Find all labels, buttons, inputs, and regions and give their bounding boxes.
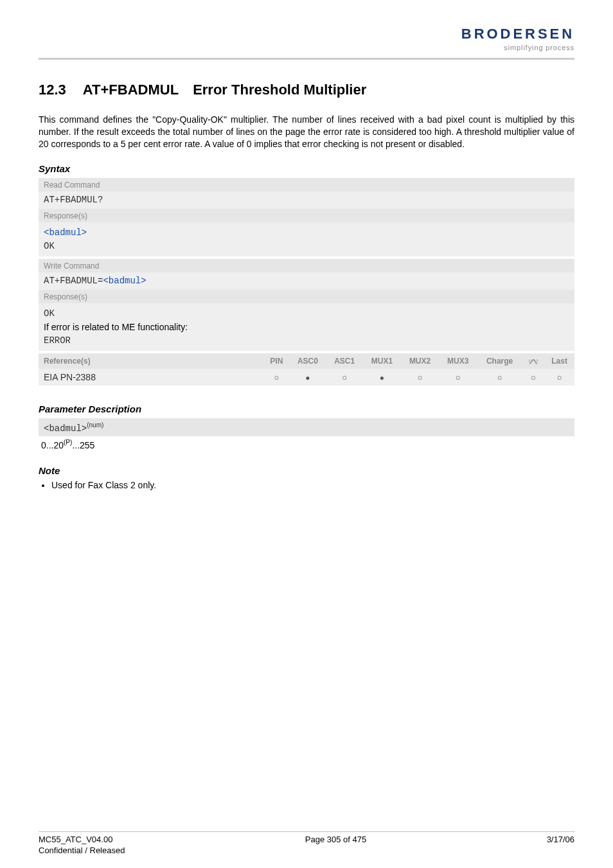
ref-val-mux2: ○ xyxy=(401,369,439,385)
filled-circle-icon: ● xyxy=(380,373,384,382)
parameter-name-row: <badmul>(num) xyxy=(39,418,574,436)
section-command: AT+FBADMUL xyxy=(83,82,179,98)
svg-line-0 xyxy=(529,360,530,360)
ref-col-last: Last xyxy=(544,353,574,369)
note-list: Used for Fax Class 2 only. xyxy=(40,480,574,490)
reference-table: Reference(s) PIN ASC0 ASC1 MUX1 MUX2 MUX… xyxy=(39,353,574,385)
parameter-range: 0...20(P)...255 xyxy=(39,436,574,453)
ref-val-pin: ○ xyxy=(263,369,289,385)
ref-col-mux1: MUX1 xyxy=(363,353,401,369)
header-divider xyxy=(39,58,574,60)
section-heading: 12.3 AT+FBADMUL Error Threshold Multipli… xyxy=(39,82,574,98)
command-description: This command defines the "Copy-Quality-O… xyxy=(39,114,574,150)
parameter-name: <badmul> xyxy=(44,423,87,434)
ref-val-mux1: ● xyxy=(363,369,401,385)
open-circle-icon: ○ xyxy=(456,373,461,382)
ref-val-asc0: ● xyxy=(289,369,326,385)
ref-col-charge: Charge xyxy=(477,353,522,369)
parameter-range-pre: 0...20 xyxy=(41,439,64,450)
read-response-label: Response(s) xyxy=(39,209,574,222)
footer-divider xyxy=(39,831,574,832)
syntax-block: Read Command AT+FBADMUL? Response(s) <ba… xyxy=(39,178,574,385)
write-response-label: Response(s) xyxy=(39,290,574,303)
write-command-param: <badmul> xyxy=(103,276,146,286)
read-response-param: <badmul> xyxy=(44,227,87,238)
ref-col-mux2: MUX2 xyxy=(401,353,439,369)
ref-col-asc1: ASC1 xyxy=(326,353,363,369)
write-command-code: AT+FBADMUL=<badmul> xyxy=(39,272,574,290)
write-response-ok: OK xyxy=(44,308,55,319)
ref-col-asc0: ASC0 xyxy=(289,353,326,369)
write-command-label: Write Command xyxy=(39,259,574,272)
open-circle-icon: ○ xyxy=(418,373,423,382)
reference-header-label: Reference(s) xyxy=(39,353,263,369)
svg-line-2 xyxy=(537,360,538,360)
syntax-subhead: Syntax xyxy=(39,163,574,174)
ref-val-last: ○ xyxy=(544,369,574,385)
parameter-range-sup: (P) xyxy=(64,439,72,446)
brand-logo: BRODERSEN simplifying process xyxy=(461,26,574,51)
open-circle-icon: ○ xyxy=(497,373,502,382)
document-header: BRODERSEN simplifying process xyxy=(39,18,574,51)
parameter-sup: (num) xyxy=(87,421,103,429)
ref-col-mux3: MUX3 xyxy=(439,353,477,369)
read-command-text: AT+FBADMUL? xyxy=(44,195,103,205)
open-circle-icon: ○ xyxy=(342,373,347,382)
ref-val-asc1: ○ xyxy=(326,369,363,385)
write-response-error: ERROR xyxy=(44,335,71,346)
open-circle-icon: ○ xyxy=(557,373,562,382)
parameter-description-subhead: Parameter Description xyxy=(39,403,574,414)
footer-date: 3/17/06 xyxy=(547,835,574,856)
brand-name: BRODERSEN xyxy=(461,26,574,42)
write-response-body: OK If error is related to ME functionali… xyxy=(39,303,574,351)
page-footer: MC55_ATC_V04.00 Confidential / Released … xyxy=(39,835,574,856)
open-circle-icon: ○ xyxy=(531,373,536,382)
write-response-text: If error is related to ME functionality: xyxy=(44,322,188,332)
reference-body-row: EIA PN-2388 ○ ● ○ ● ○ ○ ○ ○ ○ xyxy=(39,369,574,385)
note-item: Used for Fax Class 2 only. xyxy=(51,480,574,490)
read-command-label: Read Command xyxy=(39,178,574,191)
filled-circle-icon: ● xyxy=(305,373,310,382)
read-command-code: AT+FBADMUL? xyxy=(39,191,574,209)
brand-tagline: simplifying process xyxy=(461,44,574,51)
parameter-range-post: ...255 xyxy=(72,439,94,450)
ref-val-ring: ○ xyxy=(522,369,544,385)
read-response-body: <badmul> OK xyxy=(39,222,574,257)
open-circle-icon: ○ xyxy=(274,373,279,382)
write-command-prefix: AT+FBADMUL= xyxy=(44,276,103,286)
footer-left: MC55_ATC_V04.00 Confidential / Released xyxy=(39,835,125,856)
ref-val-mux3: ○ xyxy=(439,369,477,385)
footer-doc-id: MC55_ATC_V04.00 xyxy=(39,835,112,844)
section-number: 12.3 xyxy=(39,82,66,98)
read-response-ok: OK xyxy=(44,241,55,251)
ref-col-pin: PIN xyxy=(263,353,289,369)
section-name: Error Threshold Multiplier xyxy=(193,82,366,98)
reference-body-label: EIA PN-2388 xyxy=(39,369,263,385)
footer-confidentiality: Confidential / Released xyxy=(39,846,125,855)
reference-header-row: Reference(s) PIN ASC0 ASC1 MUX1 MUX2 MUX… xyxy=(39,353,574,369)
ref-val-charge: ○ xyxy=(477,369,522,385)
ref-col-ring xyxy=(522,353,544,369)
ring-icon xyxy=(528,357,538,366)
footer-page-number: Page 305 of 475 xyxy=(305,835,366,856)
brand-text: BRODERSEN xyxy=(461,26,574,42)
note-subhead: Note xyxy=(39,465,574,476)
